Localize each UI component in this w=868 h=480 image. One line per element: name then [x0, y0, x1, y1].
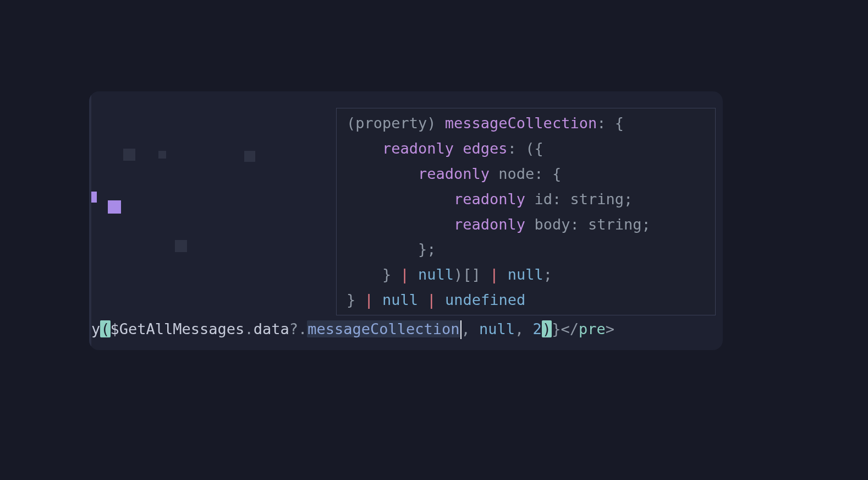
code-token: node: {	[490, 165, 561, 182]
code-token: null	[479, 320, 515, 337]
code-token: : ({	[508, 140, 543, 157]
code-token	[418, 291, 427, 308]
code-token	[498, 266, 507, 283]
code-token: |	[365, 291, 373, 308]
minimap-block	[158, 151, 166, 159]
minimap-block	[123, 149, 135, 161]
code-token: >	[606, 320, 614, 337]
code-token: };	[347, 241, 436, 258]
code-token: id: string;	[525, 190, 633, 208]
code-token: edges	[463, 140, 507, 157]
code-token: readonly	[454, 216, 525, 233]
code-token: ?.	[289, 320, 307, 337]
code-line[interactable]: y($GetAllMessages.data?.messageCollectio…	[91, 317, 614, 342]
code-token: body: string;	[525, 216, 651, 233]
code-token	[436, 291, 445, 308]
code-token: ,	[462, 320, 480, 337]
code-token: null	[382, 291, 418, 308]
code-token: }	[552, 320, 561, 337]
code-token: : {	[597, 114, 624, 132]
code-token: ,	[515, 320, 533, 337]
code-token: |	[427, 291, 436, 308]
code-token: ;	[543, 266, 552, 283]
code-token: |	[400, 266, 409, 283]
code-token: readonly	[382, 140, 454, 157]
code-token: $GetAllMessages	[111, 320, 245, 337]
code-token: pre	[579, 320, 606, 337]
code-token: |	[490, 266, 498, 283]
code-token	[347, 165, 418, 182]
code-token	[454, 140, 463, 157]
code-token: data	[254, 320, 289, 337]
code-token	[347, 140, 382, 157]
type-hover-tooltip: (property) messageCollection: { readonly…	[336, 108, 716, 315]
minimap-block	[244, 151, 255, 162]
code-token	[373, 291, 382, 308]
code-token	[409, 266, 418, 283]
code-token	[347, 216, 454, 233]
code-token: .	[244, 320, 253, 337]
code-token: (	[100, 320, 110, 337]
code-token: readonly	[418, 165, 490, 182]
code-token: undefined	[445, 291, 525, 308]
code-token: }	[347, 291, 365, 308]
code-token: (property)	[347, 114, 445, 132]
code-token: 2	[533, 320, 542, 337]
code-token	[347, 190, 454, 208]
minimap-block	[91, 192, 97, 203]
code-token: messageCollection	[307, 320, 460, 337]
code-token: </	[561, 320, 579, 337]
code-token: y	[91, 320, 100, 337]
code-token: )[]	[454, 266, 490, 283]
code-token: null	[508, 266, 543, 283]
minimap[interactable]	[89, 91, 191, 350]
code-token: messageCollection	[445, 114, 597, 132]
code-token: readonly	[454, 190, 525, 208]
minimap-block	[175, 240, 187, 252]
code-token: }	[347, 266, 400, 283]
code-token: )	[542, 320, 552, 337]
code-token: null	[418, 266, 454, 283]
minimap-block	[108, 200, 121, 214]
